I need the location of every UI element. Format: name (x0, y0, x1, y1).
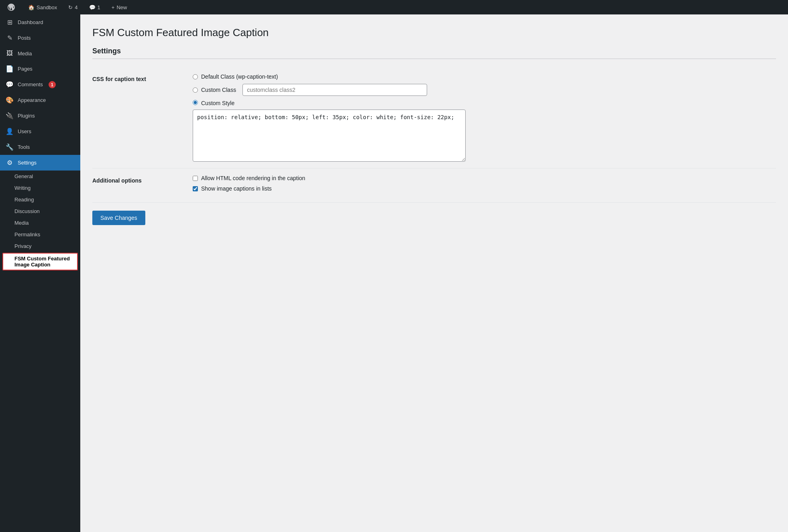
admin-bar-comments[interactable]: 💬 1 (87, 0, 103, 14)
sidebar-item-posts[interactable]: ✎ Posts (0, 30, 80, 46)
main-layout: ⊞ Dashboard ✎ Posts 🖼 Media 📄 Pages 💬 Co… (0, 14, 788, 532)
custom-class-option: Custom Class (193, 84, 776, 96)
custom-style-label[interactable]: Custom Style (201, 100, 234, 106)
default-class-label[interactable]: Default Class (wp-caption-text) (201, 73, 278, 80)
allow-html-checkbox[interactable] (193, 176, 198, 181)
css-caption-row: CSS for caption text Default Class (wp-c… (92, 67, 776, 169)
tools-icon: 🔧 (6, 143, 14, 151)
show-captions-option: Show image captions in lists (193, 185, 776, 192)
default-class-radio[interactable] (193, 74, 198, 79)
admin-bar-sandbox[interactable]: 🏠 Sandbox (26, 0, 59, 14)
submenu-item-fsm-plugin[interactable]: FSM Custom Featured Image Caption (2, 253, 78, 270)
css-caption-label: CSS for caption text (92, 73, 181, 162)
submenu-item-writing[interactable]: Writing (0, 182, 80, 194)
settings-heading: Settings (92, 47, 776, 59)
admin-bar-updates[interactable]: ↻ 4 (66, 0, 80, 14)
submenu-item-general[interactable]: General (0, 171, 80, 182)
wp-logo[interactable] (5, 0, 18, 14)
sidebar-item-media[interactable]: 🖼 Media (0, 46, 80, 61)
comments-nav-icon: 💬 (6, 81, 14, 88)
dashboard-icon: ⊞ (6, 18, 14, 26)
additional-options-field: Allow HTML code rendering in the caption… (193, 175, 776, 196)
submenu-item-media[interactable]: Media (0, 217, 80, 229)
custom-class-input[interactable] (242, 84, 427, 96)
users-icon: 👤 (6, 128, 14, 135)
show-captions-checkbox[interactable] (193, 186, 198, 191)
settings-arrow: ◀ (70, 159, 75, 167)
admin-bar: 🏠 Sandbox ↻ 4 💬 1 + New (0, 0, 788, 14)
sidebar-item-settings[interactable]: ⚙ Settings ◀ (0, 155, 80, 171)
custom-style-option: Custom Style (193, 100, 776, 106)
additional-options-label: Additional options (92, 175, 181, 196)
custom-class-label[interactable]: Custom Class (201, 87, 236, 93)
page-title: FSM Custom Featured Image Caption (92, 26, 776, 39)
sidebar-item-comments[interactable]: 💬 Comments 1 (0, 77, 80, 92)
submenu-item-discussion[interactable]: Discussion (0, 205, 80, 217)
comments-icon: 💬 (89, 4, 96, 10)
custom-class-radio[interactable] (193, 87, 198, 93)
show-captions-label[interactable]: Show image captions in lists (201, 185, 272, 192)
appearance-icon: 🎨 (6, 96, 14, 104)
sidebar-item-users[interactable]: 👤 Users (0, 124, 80, 139)
allow-html-label[interactable]: Allow HTML code rendering in the caption (201, 175, 305, 181)
submenu-item-reading[interactable]: Reading (0, 194, 80, 205)
css-caption-field: Default Class (wp-caption-text) Custom C… (193, 73, 776, 162)
pages-icon: 📄 (6, 65, 14, 73)
plus-icon: + (112, 4, 115, 10)
updates-icon: ↻ (68, 4, 73, 10)
settings-icon: ⚙ (6, 159, 14, 167)
custom-style-textarea[interactable]: position: relative; bottom: 50px; left: … (193, 110, 466, 162)
admin-bar-new[interactable]: + New (109, 0, 130, 14)
sidebar-item-pages[interactable]: 📄 Pages (0, 61, 80, 77)
comments-badge: 1 (49, 81, 56, 88)
submenu-item-privacy[interactable]: Privacy (0, 240, 80, 252)
allow-html-option: Allow HTML code rendering in the caption (193, 175, 776, 181)
sidebar-item-plugins[interactable]: 🔌 Plugins (0, 108, 80, 124)
save-changes-button[interactable]: Save Changes (92, 211, 145, 225)
sidebar: ⊞ Dashboard ✎ Posts 🖼 Media 📄 Pages 💬 Co… (0, 14, 80, 532)
sidebar-item-dashboard[interactable]: ⊞ Dashboard (0, 14, 80, 30)
additional-options-row: Additional options Allow HTML code rende… (92, 169, 776, 203)
content-area: FSM Custom Featured Image Caption Settin… (80, 14, 788, 532)
plugins-icon: 🔌 (6, 112, 14, 120)
media-icon: 🖼 (6, 50, 14, 57)
default-class-option: Default Class (wp-caption-text) (193, 73, 776, 80)
submenu-item-permalinks[interactable]: Permalinks (0, 229, 80, 240)
posts-icon: ✎ (6, 34, 14, 42)
home-icon: 🏠 (28, 4, 35, 10)
sidebar-item-tools[interactable]: 🔧 Tools (0, 139, 80, 155)
sidebar-item-appearance[interactable]: 🎨 Appearance (0, 92, 80, 108)
custom-style-radio[interactable] (193, 100, 198, 105)
